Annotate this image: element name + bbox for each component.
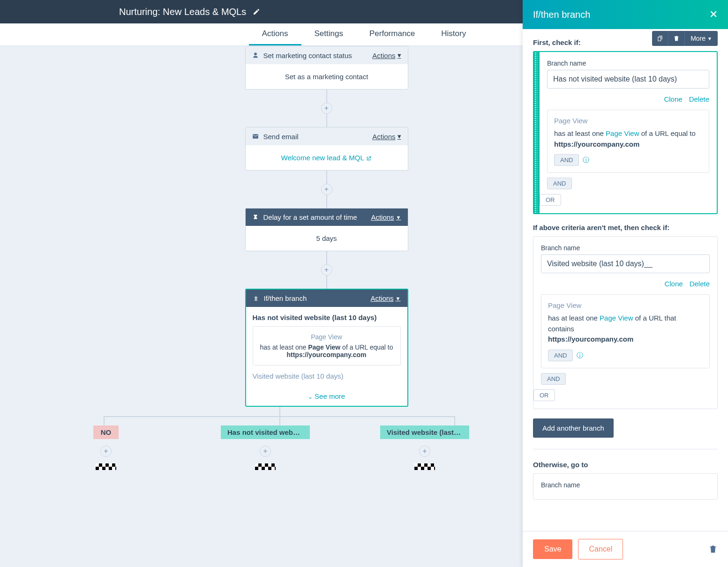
and-button[interactable]: AND <box>547 178 572 189</box>
criteria-text: has at least one Page View of a URL equa… <box>260 343 394 358</box>
card-if-then-branch[interactable]: If/then branch Actions ▼ Has not visited… <box>245 289 408 407</box>
end-marker <box>414 463 435 470</box>
card-actions-menu[interactable]: Actions ▾ <box>372 132 401 141</box>
card-title: If/then branch <box>264 294 307 302</box>
card-title: Set marketing contact status <box>263 52 352 60</box>
tab-actions[interactable]: Actions <box>249 23 301 45</box>
card-body: 5 days <box>246 226 408 251</box>
criteria-box[interactable]: Page View has at least one Page View of … <box>547 110 709 173</box>
criteria-box[interactable]: Page View has at least one Page View of … <box>541 294 710 368</box>
delete-link[interactable]: Delete <box>689 95 709 103</box>
criteria-title: Page View <box>554 117 702 125</box>
info-icon[interactable]: ⓘ <box>577 351 583 359</box>
criteria-title: Page View <box>548 301 703 309</box>
branch-name-label: Branch name <box>541 481 710 489</box>
criteria-text: has at least one Page View of a URL equa… <box>554 128 702 149</box>
tab-performance[interactable]: Performance <box>356 23 428 45</box>
add-step-button[interactable]: + <box>100 446 112 457</box>
branch-name-input[interactable] <box>547 70 709 89</box>
card-marketing-status[interactable]: Set marketing contact status Actions ▾ S… <box>245 46 408 90</box>
card-title: Send email <box>263 133 299 141</box>
panel-title: If/then branch <box>533 9 590 20</box>
branch-1-title: Has not visited website (last 10 days) <box>253 313 401 321</box>
end-marker <box>96 463 116 470</box>
delete-link[interactable]: Delete <box>690 280 710 288</box>
edit-icon[interactable] <box>253 8 260 15</box>
otherwise-label: Otherwise, go to <box>533 461 718 469</box>
card-title: Delay for a set amount of time <box>263 213 357 221</box>
side-panel: If/then branch ✕ More ▼ First, check if:… <box>523 0 728 567</box>
and-button[interactable]: AND <box>541 373 566 385</box>
delete-button[interactable] <box>668 31 685 46</box>
add-step-button[interactable]: + <box>260 446 271 457</box>
or-button[interactable]: OR <box>540 194 561 206</box>
second-check-label: If above criteria aren't met, then check… <box>533 224 718 231</box>
copy-button[interactable] <box>652 31 668 46</box>
card-actions-menu[interactable]: Actions ▼ <box>371 213 401 221</box>
copy-icon <box>657 35 663 42</box>
add-step-button[interactable]: + <box>419 446 430 457</box>
external-link-icon <box>366 156 372 162</box>
add-step-button[interactable]: + <box>321 103 332 114</box>
clone-link[interactable]: Clone <box>664 280 683 288</box>
clone-link[interactable]: Clone <box>664 95 682 103</box>
tab-settings[interactable]: Settings <box>301 23 356 45</box>
card-body[interactable]: Welcome new lead & MQL <box>246 145 408 170</box>
tab-history[interactable]: History <box>428 23 479 45</box>
card-actions-menu[interactable]: Actions ▾ <box>372 51 401 60</box>
add-step-button[interactable]: + <box>321 264 332 276</box>
or-button[interactable]: OR <box>533 389 555 401</box>
branch-2-title: Visited website (last 10 days) <box>253 372 401 380</box>
close-icon[interactable]: ✕ <box>709 8 718 21</box>
criteria-label: Page View <box>260 333 394 341</box>
branch-name-label: Branch name <box>547 60 709 67</box>
branch-label-2[interactable]: Visited website (last 10... <box>380 425 469 439</box>
otherwise-panel: Branch name <box>533 473 718 500</box>
connector <box>326 171 327 184</box>
cancel-button[interactable]: Cancel <box>578 539 623 560</box>
card-delay[interactable]: Delay for a set amount of time Actions ▼… <box>245 208 408 251</box>
info-icon[interactable]: ⓘ <box>583 156 589 164</box>
add-step-button[interactable]: + <box>321 184 332 195</box>
connector <box>326 276 327 289</box>
connector <box>326 195 327 208</box>
connector <box>326 114 327 127</box>
branch-connectors <box>104 407 455 425</box>
hourglass-icon <box>252 214 259 221</box>
and-button-inner[interactable]: AND <box>548 350 573 361</box>
see-more-button[interactable]: ⌄ See more <box>246 387 407 406</box>
branch-name-input[interactable] <box>541 254 710 273</box>
connector <box>326 90 327 103</box>
card-body: Set as a marketing contact <box>246 64 408 89</box>
trash-icon[interactable] <box>708 545 718 554</box>
branch-1-panel: Branch name Clone Delete Page View has a… <box>533 51 718 214</box>
email-icon <box>252 133 259 140</box>
person-icon <box>252 52 259 59</box>
page-title: Nurturing: New Leads & MQLs <box>119 7 246 17</box>
add-branch-button[interactable]: Add another branch <box>533 418 614 438</box>
branch-label-1[interactable]: Has not visited website... <box>221 425 310 439</box>
card-actions-menu[interactable]: Actions ▼ <box>370 294 400 302</box>
panel-toolbar: More ▼ <box>652 31 718 46</box>
branch-2-panel: Branch name Clone Delete Page View has a… <box>533 236 718 409</box>
criteria-text: has at least one Page View of a URL that… <box>548 313 703 345</box>
branch-label-no[interactable]: NO <box>93 425 119 439</box>
branch-name-label: Branch name <box>541 244 710 252</box>
more-menu[interactable]: More ▼ <box>685 31 718 46</box>
branch-criteria-box[interactable]: Page View has at least one Page View of … <box>253 326 401 366</box>
card-send-email[interactable]: Send email Actions ▾ Welcome new lead & … <box>245 127 408 171</box>
trash-icon <box>673 35 680 42</box>
end-marker <box>255 463 276 470</box>
divider <box>533 449 718 449</box>
connector <box>326 251 327 264</box>
save-button[interactable]: Save <box>533 539 572 559</box>
branch-icon <box>253 295 259 302</box>
and-button-inner[interactable]: AND <box>554 154 579 166</box>
